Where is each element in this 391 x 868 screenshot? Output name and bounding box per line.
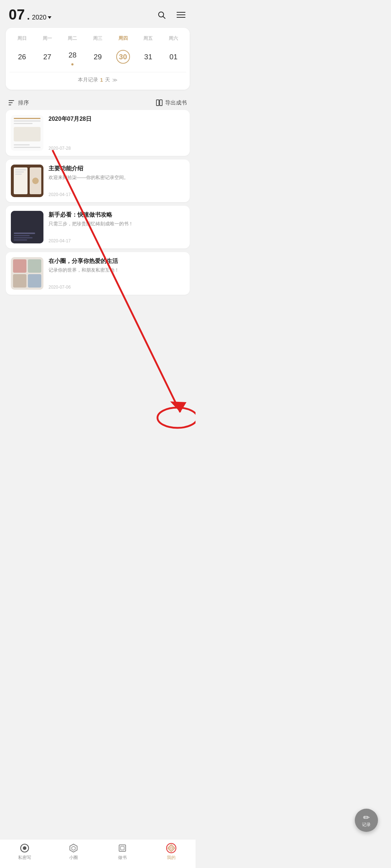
entry-date-4: 2020-07-06 [49, 285, 185, 290]
date-28[interactable]: 28 [60, 47, 85, 67]
sort-button[interactable]: 排序 [9, 99, 29, 106]
app-header: 07 . 2020 [0, 0, 196, 28]
entry-card-1[interactable]: 2020年07月28日 2020-07-28 [6, 110, 190, 156]
entry-desc-4: 记录你的世界，和朋友私密互动！ [49, 267, 185, 282]
entry-desc-2: 欢迎来到拾柒——你的私密记录空间。 [49, 174, 185, 189]
list-toolbar: 排序 导出成书 [0, 95, 196, 110]
entry-title-1: 2020年07月28日 [49, 115, 185, 123]
export-button[interactable]: 导出成书 [156, 99, 187, 106]
sort-icon [9, 100, 16, 106]
entry-thumb-2 [11, 165, 43, 197]
entry-desc-3: 只需三步，把珍贵回忆铸刻成唯一的书！ [49, 220, 185, 235]
header-date: 07 . 2020 [9, 7, 51, 22]
svg-line-1 [163, 16, 165, 18]
monthly-summary[interactable]: 本月记录 1 天 ≫ [9, 76, 186, 85]
summary-count: 1 [100, 77, 103, 83]
entry-content-2: 主要功能介绍 欢迎来到拾柒——你的私密记录空间。 2020-04-17 [49, 165, 185, 197]
header-actions [156, 9, 187, 21]
year-selector[interactable]: 2020 [32, 14, 51, 21]
entry-date-2: 2020-04-17 [49, 192, 185, 197]
date-30-today[interactable]: 30 [110, 48, 136, 65]
entry-card-4[interactable]: 在小圈，分享你热爱的生活 记录你的世界，和朋友私密互动！ 2020-07-06 [6, 252, 190, 295]
weekday-row: 周日 周一 周二 周三 周四 周五 周六 [9, 34, 186, 43]
entry-thumb-1 [11, 115, 43, 151]
entry-dot [71, 63, 73, 65]
dot-separator: . [27, 10, 30, 22]
date-27[interactable]: 27 [35, 48, 60, 65]
export-label: 导出成书 [165, 99, 187, 106]
date-31[interactable]: 31 [136, 48, 161, 65]
entry-title-4: 在小圈，分享你热爱的生活 [49, 257, 185, 265]
search-icon [157, 10, 166, 19]
svg-point-12 [157, 408, 196, 428]
entry-content-1: 2020年07月28日 2020-07-28 [49, 115, 185, 151]
entry-list: 2020年07月28日 2020-07-28 主要功能介绍 欢迎来到拾柒——你的… [0, 110, 196, 295]
entry-desc-1 [49, 124, 185, 143]
sort-label: 排序 [18, 99, 29, 106]
entry-card-2[interactable]: 主要功能介绍 欢迎来到拾柒——你的私密记录空间。 2020-04-17 [6, 159, 190, 202]
weekday-mon: 周一 [35, 34, 60, 43]
weekday-sat: 周六 [161, 34, 186, 43]
date-29[interactable]: 29 [85, 48, 110, 65]
entry-title-2: 主要功能介绍 [49, 165, 185, 173]
weekday-tue: 周二 [60, 34, 85, 43]
svg-rect-9 [160, 100, 162, 106]
entry-content-4: 在小圈，分享你热爱的生活 记录你的世界，和朋友私密互动！ 2020-07-06 [49, 257, 185, 290]
entry-content-3: 新手必看：快速做书攻略 只需三步，把珍贵回忆铸刻成唯一的书！ 2020-04-1… [49, 211, 185, 243]
entry-card-3[interactable]: 新手必看：快速做书攻略 只需三步，把珍贵回忆铸刻成唯一的书！ 2020-04-1… [6, 206, 190, 248]
menu-button[interactable] [175, 10, 187, 20]
menu-icon [177, 12, 185, 18]
weekday-fri: 周五 [136, 34, 161, 43]
entry-date-1: 2020-07-28 [49, 146, 185, 151]
weekday-wed: 周三 [85, 34, 110, 43]
entry-date-3: 2020-04-17 [49, 238, 185, 243]
calendar-card: 周日 周一 周二 周三 周四 周五 周六 26 27 28 29 30 31 0… [6, 28, 190, 90]
summary-prefix: 本月记录 [78, 77, 98, 83]
search-button[interactable] [156, 9, 167, 21]
weekday-thu: 周四 [110, 34, 136, 43]
svg-marker-11 [170, 401, 186, 412]
export-book-icon [156, 99, 163, 106]
chevron-down-icon [48, 16, 51, 19]
month-display: 07 [9, 7, 25, 22]
entry-thumb-3 [11, 211, 43, 243]
calendar-divider [9, 72, 186, 72]
summary-suffix: 天 [105, 77, 110, 83]
year-display: 2020 [32, 14, 46, 21]
date-row: 26 27 28 29 30 31 01 [9, 47, 186, 67]
expand-icon: ≫ [112, 77, 118, 83]
svg-rect-8 [156, 100, 159, 106]
date-26[interactable]: 26 [9, 48, 35, 65]
date-01[interactable]: 01 [161, 48, 186, 65]
entry-title-3: 新手必看：快速做书攻略 [49, 211, 185, 219]
entry-thumb-4 [11, 257, 43, 290]
weekday-sun: 周日 [9, 34, 35, 43]
